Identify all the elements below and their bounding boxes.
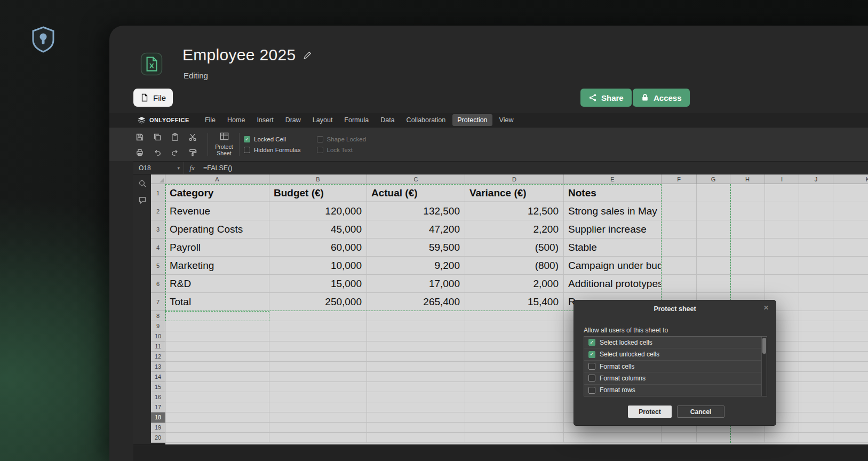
formula-input[interactable]: =FALSE() (200, 164, 233, 172)
copy-button[interactable] (153, 132, 162, 141)
row-header-8[interactable]: 8 (151, 311, 165, 321)
cell-B2[interactable]: 120,000 (269, 202, 367, 220)
redo-button[interactable] (170, 148, 179, 157)
toolbar-checkbox-hidden-formulas[interactable]: Hidden Formulas (244, 145, 301, 155)
cell-K9[interactable] (833, 321, 868, 331)
format-rows-checkbox[interactable] (588, 387, 595, 394)
save-button[interactable] (135, 132, 144, 141)
tab-collaboration[interactable]: Collaboration (402, 114, 451, 126)
row-header-11[interactable]: 11 (151, 341, 165, 352)
tab-protection[interactable]: Protection (452, 114, 492, 126)
column-header-J[interactable]: J (799, 174, 833, 184)
protect-sheet-button[interactable]: Protect Sheet (211, 131, 237, 156)
print-button[interactable] (135, 148, 144, 157)
column-header-H[interactable]: H (730, 174, 765, 184)
cell-K6[interactable] (833, 275, 868, 293)
cell-E20[interactable] (564, 433, 662, 443)
dialog-option-select-unlocked-cells[interactable]: ✓Select unlocked cells (584, 348, 767, 360)
row-header-18[interactable]: 18 (151, 412, 165, 423)
cell-D14[interactable] (465, 372, 564, 382)
column-header-F[interactable]: F (662, 174, 697, 184)
cell-J15[interactable] (799, 382, 833, 392)
lock-text-checkbox[interactable] (317, 147, 323, 153)
cell-F2[interactable] (662, 202, 697, 220)
cell-C4[interactable]: 59,500 (367, 239, 465, 257)
cell-A12[interactable] (165, 352, 269, 362)
toolbar-checkbox-lock-text[interactable]: Lock Text (317, 145, 367, 155)
cell-F5[interactable] (662, 257, 697, 275)
column-header-A[interactable]: A (165, 174, 269, 184)
protect-confirm-button[interactable]: Protect (628, 406, 672, 418)
cell-D16[interactable] (465, 392, 564, 402)
cell-G5[interactable] (697, 257, 730, 275)
cell-A8[interactable] (165, 311, 269, 321)
cell-E6[interactable]: Additional prototypes (564, 275, 662, 293)
cell-D12[interactable] (465, 352, 564, 362)
dialog-scrollbar[interactable] (761, 337, 767, 396)
share-button[interactable]: Share (580, 89, 632, 107)
cell-H3[interactable] (730, 220, 765, 239)
cell-C10[interactable] (367, 331, 465, 341)
cell-B6[interactable]: 15,000 (269, 275, 367, 293)
cell-B14[interactable] (269, 372, 367, 382)
cell-G3[interactable] (697, 220, 730, 239)
cell-B8[interactable] (269, 311, 367, 321)
column-header-B[interactable]: B (269, 174, 367, 184)
cell-E3[interactable]: Supplier increase (564, 220, 662, 239)
cell-A10[interactable] (165, 331, 269, 341)
cell-B20[interactable] (269, 433, 367, 443)
cell-J9[interactable] (799, 321, 833, 331)
row-header-6[interactable]: 6 (151, 275, 165, 293)
cell-C20[interactable] (367, 433, 465, 443)
select-locked-cells-checkbox[interactable]: ✓ (588, 339, 595, 346)
cell-E2[interactable]: Strong sales in May (564, 202, 662, 220)
cell-E4[interactable]: Stable (564, 239, 662, 257)
cell-J8[interactable] (799, 311, 833, 321)
cell-A3[interactable]: Operating Costs (165, 220, 269, 239)
cell-J1[interactable] (799, 184, 833, 202)
cell-C8[interactable] (367, 311, 465, 321)
cell-K18[interactable] (833, 412, 868, 423)
cell-I5[interactable] (765, 257, 799, 275)
cell-A11[interactable] (165, 341, 269, 352)
shape-locked-checkbox[interactable] (317, 136, 323, 142)
cell-I2[interactable] (765, 202, 799, 220)
cell-D3[interactable]: 2,200 (465, 220, 564, 239)
cell-A6[interactable]: R&D (165, 275, 269, 293)
cell-G1[interactable] (697, 184, 730, 202)
cell-K17[interactable] (833, 402, 868, 412)
cell-J20[interactable] (799, 433, 833, 443)
cell-J5[interactable] (799, 257, 833, 275)
column-header-C[interactable]: C (367, 174, 465, 184)
cell-K19[interactable] (833, 423, 868, 433)
cell-B15[interactable] (269, 382, 367, 392)
cell-J13[interactable] (799, 362, 833, 372)
cell-C7[interactable]: 265,400 (367, 293, 465, 311)
cell-A4[interactable]: Payroll (165, 239, 269, 257)
cell-K8[interactable] (833, 311, 868, 321)
cell-D13[interactable] (465, 362, 564, 372)
cell-A18[interactable] (165, 412, 269, 423)
cell-J18[interactable] (799, 412, 833, 423)
cell-B1[interactable]: Budget (€) (269, 184, 367, 202)
cell-K2[interactable] (833, 202, 868, 220)
cell-J10[interactable] (799, 331, 833, 341)
cell-C1[interactable]: Actual (€) (367, 184, 465, 202)
cell-B12[interactable] (269, 352, 367, 362)
cell-K12[interactable] (833, 352, 868, 362)
cell-A20[interactable] (165, 433, 269, 443)
row-header-4[interactable]: 4 (151, 239, 165, 257)
cell-I3[interactable] (765, 220, 799, 239)
cell-B5[interactable]: 10,000 (269, 257, 367, 275)
cell-D8[interactable] (465, 311, 564, 321)
cell-K16[interactable] (833, 392, 868, 402)
cell-F20[interactable] (662, 433, 697, 443)
tab-draw[interactable]: Draw (281, 114, 306, 126)
format-cells-checkbox[interactable] (588, 363, 595, 370)
cell-K15[interactable] (833, 382, 868, 392)
row-header-1[interactable]: 1 (151, 184, 165, 202)
cell-B11[interactable] (269, 341, 367, 352)
cell-K20[interactable] (833, 433, 868, 443)
cell-F3[interactable] (662, 220, 697, 239)
row-header-17[interactable]: 17 (151, 402, 165, 412)
